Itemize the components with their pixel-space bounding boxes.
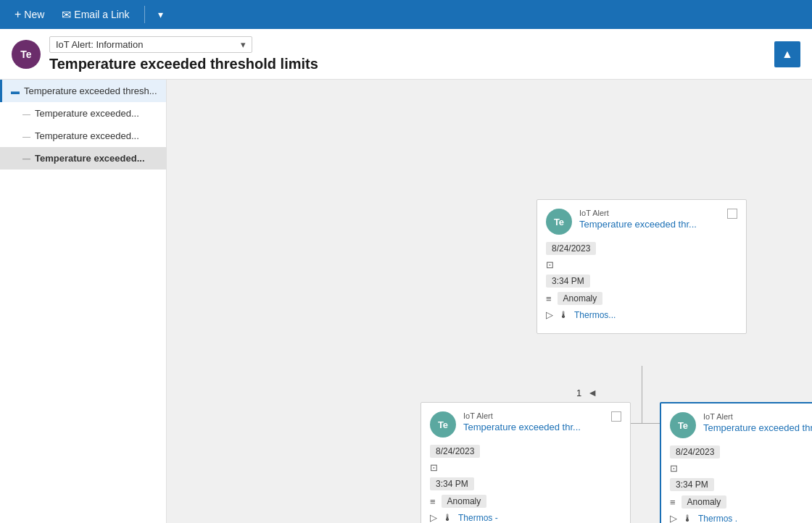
child1-card-link-row: ▷ 🌡 Thermos - xyxy=(430,512,621,523)
email-icon: ✉ xyxy=(62,8,71,22)
child1-card-title[interactable]: Temperature exceeded thr... xyxy=(463,422,604,432)
root-card-header: Te IoT Alert Temperature exceeded thr... xyxy=(546,209,737,235)
pagination: 1 ◄ xyxy=(576,385,600,400)
child2-card-avatar: Te xyxy=(670,412,696,438)
category-icon: ≡ xyxy=(546,293,552,304)
child2-card-time: 3:34 PM xyxy=(670,478,714,491)
child2-card-title[interactable]: Temperature exceeded thr... xyxy=(703,422,812,433)
child1-card-title-area: IoT Alert Temperature exceeded thr... xyxy=(463,411,604,432)
child2-forward-icon: ▷ xyxy=(670,513,677,523)
collapse-button[interactable]: ▲ xyxy=(774,41,800,67)
sidebar-item-0[interactable]: ▬ Temperature exceeded thresh... xyxy=(0,80,166,102)
main-content: ▬ Temperature exceeded thresh... — Tempe… xyxy=(0,80,812,523)
chevron-up-icon: ▲ xyxy=(782,48,793,61)
root-card: Te IoT Alert Temperature exceeded thr...… xyxy=(536,199,747,334)
sidebar-item-2[interactable]: — Temperature exceeded... xyxy=(0,125,166,147)
child1-forward-icon: ▷ xyxy=(430,512,437,523)
root-card-link-row: ▷ 🌡 Thermos... xyxy=(546,309,737,320)
root-card-time-row: 3:34 PM xyxy=(546,275,737,288)
tree-dash-icon: — xyxy=(22,109,30,118)
child2-card-link[interactable]: Thermos . xyxy=(698,514,737,524)
canvas-area: 1 ◄ Te IoT Alert Temperature exceeded th… xyxy=(167,80,812,523)
child2-category-icon: ≡ xyxy=(670,497,676,508)
root-card-checkbox[interactable] xyxy=(727,209,737,219)
child2-card-category-row: ≡ Anomaly xyxy=(670,495,812,509)
top-bar: + New ✉ Email a Link ▾ xyxy=(0,0,812,29)
child1-category-icon: ≡ xyxy=(430,496,436,507)
dropdown-arrow-icon: ▾ xyxy=(241,39,246,50)
child2-card-date-row: 8/24/2023 xyxy=(670,445,812,459)
sidebar-item-3[interactable]: — Temperature exceeded... xyxy=(0,147,166,170)
forward-icon: ▷ xyxy=(546,309,553,320)
new-button[interactable]: + New xyxy=(9,5,50,24)
child2-card-copy-row: ⊡ xyxy=(670,463,812,474)
thermos-icon: 🌡 xyxy=(559,309,568,320)
page-number: 1 xyxy=(576,388,581,398)
header-area: Te IoT Alert: Information ▾ Temperature … xyxy=(0,29,812,80)
root-card-title-area: IoT Alert Temperature exceeded thr... xyxy=(579,209,720,230)
child1-card-category: Anomaly xyxy=(442,495,487,508)
header-content: IoT Alert: Information ▾ Temperature exc… xyxy=(49,36,800,72)
root-card-link[interactable]: Thermos... xyxy=(574,310,616,320)
child2-card: Te IoT Alert Temperature exceeded thr...… xyxy=(660,402,812,523)
pagination-back-button[interactable]: ◄ xyxy=(584,385,600,400)
child1-card: Te IoT Alert Temperature exceeded thr...… xyxy=(420,402,631,523)
child1-thermos-icon: 🌡 xyxy=(443,512,452,523)
child1-card-link[interactable]: Thermos - xyxy=(458,513,498,523)
sidebar: ▬ Temperature exceeded thresh... — Tempe… xyxy=(0,80,167,523)
child1-card-avatar: Te xyxy=(430,411,456,438)
tree-dash-icon-3: — xyxy=(22,154,30,163)
root-card-category-row: ≡ Anomaly xyxy=(546,292,737,305)
tree-line-vertical xyxy=(642,366,642,424)
copy-icon: ⊡ xyxy=(546,259,554,270)
root-card-type: IoT Alert xyxy=(579,209,720,217)
alert-type-dropdown[interactable]: IoT Alert: Information ▾ xyxy=(49,36,252,53)
child1-card-type: IoT Alert xyxy=(463,411,604,420)
sidebar-item-label-3: Temperature exceeded... xyxy=(35,153,145,164)
root-card-date-row: 8/24/2023 xyxy=(546,242,737,255)
child1-card-checkbox[interactable] xyxy=(611,411,621,422)
child2-card-title-area: IoT Alert Temperature exceeded thr... xyxy=(703,412,812,433)
back-icon: ◄ xyxy=(587,387,597,398)
child2-card-time-row: 3:34 PM xyxy=(670,478,812,491)
email-label: Email a Link xyxy=(74,9,129,20)
child1-card-header: Te IoT Alert Temperature exceeded thr... xyxy=(430,411,621,438)
dropdown-label: IoT Alert: Information xyxy=(56,39,143,50)
child1-card-time: 3:34 PM xyxy=(430,477,474,490)
root-card-copy-row: ⊡ xyxy=(546,259,737,270)
sidebar-item-label-2: Temperature exceeded... xyxy=(35,130,139,141)
child2-card-category: Anomaly xyxy=(682,495,727,509)
new-label: New xyxy=(24,9,44,20)
chevron-down-icon: ▾ xyxy=(158,9,163,20)
child2-card-link-row: ▷ 🌡 Thermos . xyxy=(670,513,812,523)
child1-card-time-row: 3:34 PM xyxy=(430,477,621,490)
root-card-category: Anomaly xyxy=(558,292,603,305)
sidebar-item-label-1: Temperature exceeded... xyxy=(35,108,139,119)
root-card-avatar: Te xyxy=(546,209,572,235)
root-card-title[interactable]: Temperature exceeded thr... xyxy=(579,219,720,230)
child2-copy-icon: ⊡ xyxy=(670,463,678,474)
collapse-icon: ▬ xyxy=(11,86,20,96)
sidebar-item-1[interactable]: — Temperature exceeded... xyxy=(0,102,166,125)
sidebar-item-label-0: Temperature exceeded thresh... xyxy=(24,85,157,96)
child2-card-date: 8/24/2023 xyxy=(670,445,720,459)
child1-card-date-row: 8/24/2023 xyxy=(430,445,621,458)
child1-card-copy-row: ⊡ xyxy=(430,462,621,473)
avatar: Te xyxy=(12,40,41,69)
child2-card-header: Te IoT Alert Temperature exceeded thr... xyxy=(670,412,812,438)
child2-card-type: IoT Alert xyxy=(703,412,812,421)
root-card-time: 3:34 PM xyxy=(546,275,590,288)
root-card-date: 8/24/2023 xyxy=(546,242,596,255)
divider xyxy=(144,6,145,23)
child1-copy-icon: ⊡ xyxy=(430,462,438,473)
tree-dash-icon-2: — xyxy=(22,132,30,141)
child2-thermos-icon: 🌡 xyxy=(683,513,692,523)
child1-card-category-row: ≡ Anomaly xyxy=(430,495,621,508)
page-title: Temperature exceeded threshold limits xyxy=(49,56,800,72)
child1-card-date: 8/24/2023 xyxy=(430,445,480,458)
more-options-button[interactable]: ▾ xyxy=(154,6,167,23)
plus-icon: + xyxy=(14,8,21,21)
email-link-button[interactable]: ✉ Email a Link xyxy=(56,5,135,25)
